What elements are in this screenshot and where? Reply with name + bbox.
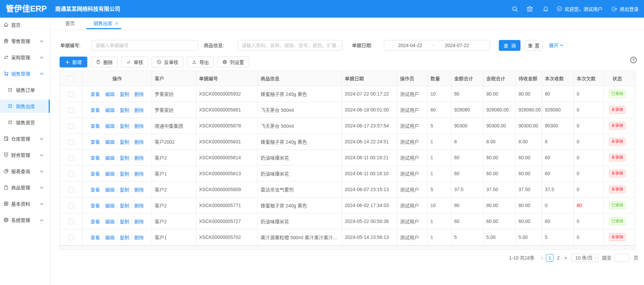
svg-text:?: ? — [632, 58, 635, 62]
